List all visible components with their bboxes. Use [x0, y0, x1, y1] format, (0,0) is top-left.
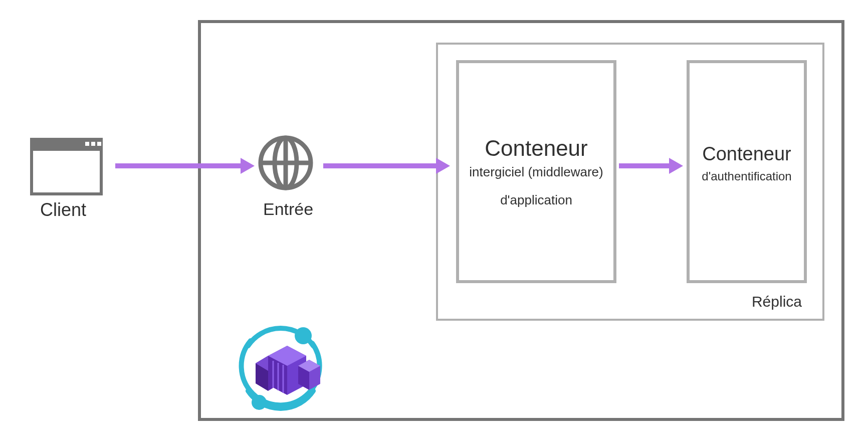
container-auth-title: Conteneur: [690, 143, 804, 165]
container-auth: Conteneur d'authentification: [687, 60, 807, 283]
svg-point-4: [295, 327, 312, 344]
container-middleware: Conteneur intergiciel (middleware) d'app…: [456, 60, 616, 283]
ingress-label: Entrée: [263, 199, 313, 219]
diagram-canvas: Réplica Conteneur intergiciel (middlewar…: [0, 0, 868, 448]
svg-point-5: [252, 395, 267, 410]
container-middleware-title: Conteneur: [459, 136, 613, 161]
replica-label: Réplica: [652, 293, 802, 310]
azure-container-apps-icon: [228, 321, 333, 416]
client-window-icon: [30, 138, 103, 195]
container-middleware-line1: intergiciel (middleware): [459, 164, 613, 180]
container-auth-line1: d'authentification: [690, 169, 804, 183]
globe-icon: [256, 133, 316, 193]
arrow-ingress-to-middleware: [323, 163, 436, 168]
container-middleware-line2: d'application: [459, 192, 613, 208]
client-label: Client: [40, 199, 86, 220]
arrow-client-to-ingress: [115, 163, 241, 168]
arrow-middleware-to-auth: [619, 163, 669, 168]
